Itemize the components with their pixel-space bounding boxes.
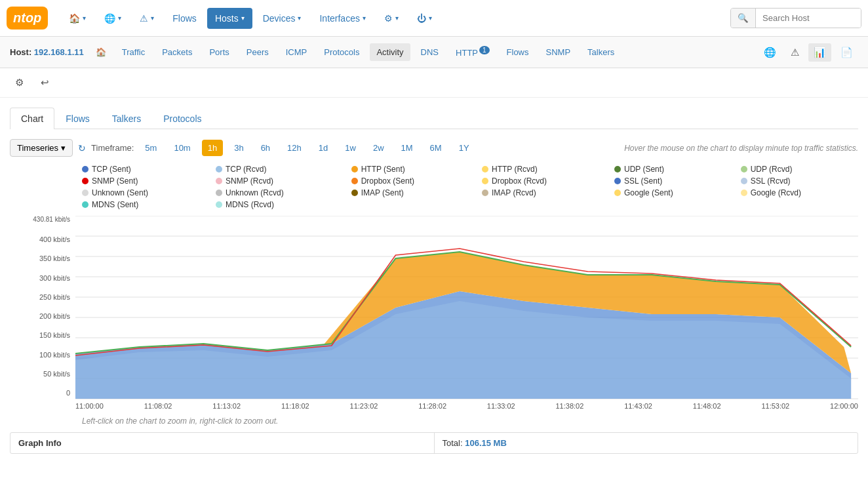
host-home-icon[interactable]: 🏠 xyxy=(90,45,111,60)
home-caret: ▾ xyxy=(83,14,86,22)
host-nav-packets[interactable]: Packets xyxy=(155,43,199,61)
legend-dot xyxy=(614,190,621,196)
nav-devices[interactable]: Devices ▾ xyxy=(255,8,309,29)
legend-item: MDNS (Sent) xyxy=(82,200,205,209)
host-nav-flows[interactable]: Flows xyxy=(500,43,536,61)
home-icon: 🏠 xyxy=(69,13,80,24)
legend-item: SNMP (Sent) xyxy=(82,176,205,186)
legend-label: IMAP (Sent) xyxy=(361,188,404,197)
timeframe-3h[interactable]: 3h xyxy=(228,140,249,156)
timeframe-label: Timeframe: xyxy=(91,143,134,153)
nav-network[interactable]: 🌐 ▾ xyxy=(96,8,129,29)
legend-dot xyxy=(216,178,222,184)
click-hint: Left-click on the chart to zoom in, righ… xyxy=(82,416,858,426)
logo[interactable]: ntop xyxy=(7,7,48,30)
legend-label: UDP (Sent) xyxy=(624,165,664,174)
chart-icon[interactable]: 📊 xyxy=(808,43,831,62)
search-button[interactable]: 🔍 xyxy=(731,9,756,28)
legend: TCP (Sent)TCP (Rcvd)HTTP (Sent)HTTP (Rcv… xyxy=(82,165,858,209)
timeframe-1w[interactable]: 1w xyxy=(339,140,362,156)
host-nav-activity[interactable]: Activity xyxy=(370,43,410,61)
legend-label: TCP (Sent) xyxy=(92,165,131,174)
legend-label: Google (Sent) xyxy=(624,188,673,197)
x-axis-label: 11:13:02 xyxy=(212,402,241,410)
host-nav-peers[interactable]: Peers xyxy=(240,43,275,61)
nav-hosts[interactable]: Hosts ▾ xyxy=(207,8,252,29)
legend-item: TCP (Rcvd) xyxy=(216,165,341,174)
hover-hint: Hover the mouse on the chart to display … xyxy=(624,144,858,153)
timeframe-1h[interactable]: 1h xyxy=(202,140,223,156)
host-ip: 192.168.1.11 xyxy=(34,47,84,57)
gear-icon[interactable]: ⚙ xyxy=(10,73,29,92)
x-axis: 11:00:0011:08:0211:13:0211:18:0211:23:02… xyxy=(75,402,858,410)
host-nav-dns[interactable]: DNS xyxy=(414,43,445,61)
nav-home[interactable]: 🏠 ▾ xyxy=(61,8,94,29)
y-300: 300 kbit/s xyxy=(39,274,70,282)
timeframe-1d[interactable]: 1d xyxy=(313,140,334,156)
nav-flows[interactable]: Flows xyxy=(165,8,205,29)
legend-item: SSL (Rcvd) xyxy=(741,176,858,186)
back-icon[interactable]: ↩ xyxy=(35,73,54,92)
timeseries-button[interactable]: Timeseries ▾ xyxy=(10,139,73,157)
y-axis: 430.81 kbit/s 400 kbit/s 350 kbit/s 300 … xyxy=(10,216,75,410)
chart-svg[interactable] xyxy=(75,216,858,399)
nav-alert[interactable]: ⚠ ▾ xyxy=(132,8,162,29)
doc-icon[interactable]: 📄 xyxy=(835,43,858,62)
host-nav-icmp[interactable]: ICMP xyxy=(279,43,314,61)
nav-interfaces[interactable]: Interfaces ▾ xyxy=(311,8,373,29)
y-350: 350 kbit/s xyxy=(39,254,70,262)
timeframe-5m[interactable]: 5m xyxy=(139,140,163,156)
search-input[interactable] xyxy=(756,9,861,28)
tab-chart[interactable]: Chart xyxy=(10,108,54,129)
globe-icon[interactable]: 🌐 xyxy=(759,43,781,62)
timeframe-1Y[interactable]: 1Y xyxy=(453,140,475,156)
host-nav-ports[interactable]: Ports xyxy=(203,43,235,61)
graph-info-bar: Graph Info Total: 106.15 MB xyxy=(10,432,858,454)
http-badge: 1 xyxy=(479,46,490,54)
legend-label: TCP (Rcvd) xyxy=(226,165,266,174)
legend-item: IMAP (Sent) xyxy=(351,188,471,197)
x-axis-label: 11:23:02 xyxy=(350,402,378,410)
legend-item: Unknown (Sent) xyxy=(82,188,205,197)
y-400: 400 kbit/s xyxy=(39,235,70,243)
total-value: 106.15 MB xyxy=(465,438,507,448)
chart-area[interactable]: 11:00:0011:08:0211:13:0211:18:0211:23:02… xyxy=(75,216,858,410)
host-nav-traffic[interactable]: Traffic xyxy=(115,43,151,61)
nav-power[interactable]: ⏻ ▾ xyxy=(409,8,440,29)
legend-dot xyxy=(482,166,488,172)
timeframe-12h[interactable]: 12h xyxy=(281,140,307,156)
host-nav-http[interactable]: HTTP1 xyxy=(449,43,496,62)
legend-dot xyxy=(82,166,89,172)
timeframe-6h[interactable]: 6h xyxy=(255,140,276,156)
chart-wrapper: 430.81 kbit/s 400 kbit/s 350 kbit/s 300 … xyxy=(10,216,858,410)
host-nav-protocols[interactable]: Protocols xyxy=(317,43,366,61)
legend-item: SSL (Sent) xyxy=(614,176,730,186)
legend-label: SSL (Sent) xyxy=(624,176,662,186)
legend-item: Google (Sent) xyxy=(614,188,730,197)
legend-item: Google (Rcvd) xyxy=(741,188,858,197)
x-axis-label: 11:18:02 xyxy=(281,402,309,410)
nav-links: 🏠 ▾ 🌐 ▾ ⚠ ▾ Flows Hosts ▾ Devices ▾ Inte… xyxy=(61,8,730,29)
timeframe-2w[interactable]: 2w xyxy=(367,140,390,156)
host-nav-talkers[interactable]: Talkers xyxy=(581,43,621,61)
timeframe-6M[interactable]: 6M xyxy=(424,140,448,156)
search-area: 🔍 xyxy=(730,8,861,28)
nav-settings[interactable]: ⚙ ▾ xyxy=(376,8,406,29)
host-nav-snmp[interactable]: SNMP xyxy=(540,43,578,61)
legend-label: SNMP (Sent) xyxy=(92,176,138,186)
tab-talkers[interactable]: Talkers xyxy=(101,108,152,129)
legend-dot xyxy=(614,166,621,172)
timeframe-10m[interactable]: 10m xyxy=(168,140,196,156)
legend-dot xyxy=(482,178,488,184)
main-content: Chart Flows Talkers Protocols Timeseries… xyxy=(0,98,868,464)
tab-flows[interactable]: Flows xyxy=(54,108,101,129)
legend-item: HTTP (Rcvd) xyxy=(482,165,604,174)
alert-icon[interactable]: ⚠ xyxy=(785,43,804,62)
refresh-icon[interactable]: ↻ xyxy=(78,143,86,153)
hosts-label: Hosts xyxy=(215,13,239,24)
tab-protocols[interactable]: Protocols xyxy=(152,108,212,129)
total-label: Total: xyxy=(443,438,463,448)
legend-label: IMAP (Rcvd) xyxy=(492,188,536,197)
timeframe-1M[interactable]: 1M xyxy=(395,140,419,156)
alert-icon: ⚠ xyxy=(140,13,148,24)
